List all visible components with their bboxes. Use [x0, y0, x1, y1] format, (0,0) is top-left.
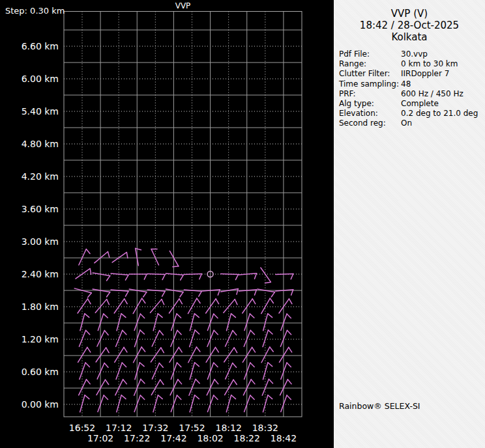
- wind-barb: [190, 395, 199, 412]
- wind-barb: [263, 330, 272, 347]
- wind-barb: [263, 314, 272, 331]
- info-field-label: Elevation:: [339, 109, 401, 119]
- wind-barb: [261, 298, 274, 313]
- y-axis-label: 3.00 km: [22, 236, 59, 247]
- wind-barb: [95, 251, 110, 262]
- wind-barb: [80, 314, 89, 331]
- wind-barb: [151, 348, 164, 362]
- wind-barb: [224, 300, 237, 313]
- wind-barb: [221, 288, 239, 294]
- wind-barb: [153, 314, 162, 331]
- wind-barb: [244, 395, 255, 412]
- wind-barb: [169, 251, 179, 266]
- wind-barb: [243, 380, 254, 395]
- wind-barb: [225, 380, 237, 395]
- wind-barb: [78, 347, 91, 362]
- info-field-row: Range:0 km to 30 km: [339, 59, 485, 69]
- wind-barb: [147, 274, 165, 280]
- wind-barb: [112, 252, 128, 262]
- wind-barb: [207, 363, 218, 379]
- wind-barb: [151, 249, 158, 265]
- wind-barb: [242, 299, 256, 313]
- wind-barb: [134, 314, 145, 330]
- wind-barb: [281, 314, 291, 330]
- wind-barb: [95, 300, 109, 313]
- wind-barb: [151, 380, 164, 395]
- info-field-value: On: [401, 119, 412, 128]
- wind-barb: [80, 395, 89, 412]
- info-field-label: PRF:: [339, 89, 401, 99]
- info-panel: VVP (V) 18:42 / 28-Oct-2025 Kolkata Pdf …: [334, 0, 485, 448]
- wind-barb: [96, 348, 109, 362]
- info-field-value: IIRDoppler 7: [401, 69, 449, 78]
- x-axis-label: 17:52: [179, 423, 205, 433]
- x-axis-label: 18:42: [271, 433, 297, 443]
- y-axis-label: 4.80 km: [22, 139, 59, 149]
- wind-barb: [97, 363, 108, 379]
- info-field-label: Pdf File:: [339, 49, 401, 59]
- wind-barb: [239, 273, 257, 279]
- wind-barb: [188, 347, 200, 363]
- y-axis-label: 4.20 km: [22, 171, 59, 182]
- wind-barb: [207, 330, 218, 346]
- wind-barb: [226, 395, 235, 412]
- y-axis-label: 0.00 km: [22, 399, 59, 410]
- wind-barb: [135, 363, 144, 380]
- info-field-value: 600 Hz / 450 Hz: [401, 89, 463, 98]
- info-field-value: Complete: [401, 99, 439, 108]
- info-field-label: Alg type:: [339, 99, 401, 109]
- wind-barb: [226, 363, 237, 379]
- x-axis-label: 18:32: [252, 423, 278, 433]
- wind-barb: [76, 268, 91, 278]
- x-axis-label: 18:22: [234, 433, 260, 443]
- brand-footer: Rainbow® SELEX-SI: [339, 401, 420, 411]
- panel-site: Kolkata: [334, 31, 485, 43]
- wind-barb: [129, 274, 147, 279]
- wind-barb: [263, 363, 272, 380]
- wind-barb: [190, 363, 199, 380]
- info-field-row: Elevation:0.2 deg to 21.0 deg: [339, 109, 485, 119]
- y-axis-label: 6.00 km: [22, 74, 59, 84]
- wind-barb: [171, 330, 181, 346]
- wind-barb: [276, 273, 293, 279]
- vvp-time-height-chart: 6.60 km6.00 km5.40 km4.80 km4.20 km3.60 …: [0, 0, 334, 448]
- wind-barb: [261, 347, 273, 363]
- wind-barb: [133, 298, 145, 313]
- vvp-window: { "window": {"width": 744, "height": 688…: [0, 0, 485, 448]
- x-axis-label: 17:12: [106, 423, 132, 433]
- wind-barb: [190, 330, 199, 347]
- wind-barb: [279, 347, 291, 362]
- x-axis-label: 17:32: [142, 423, 168, 433]
- panel-datetime: 18:42 / 28-Oct-2025: [334, 20, 485, 31]
- wind-barb: [262, 379, 272, 395]
- wind-barb: [221, 274, 239, 280]
- wind-barb: [97, 331, 108, 346]
- wind-barb: [151, 300, 164, 313]
- wind-barb: [74, 288, 91, 298]
- x-axis-label: 16:52: [69, 423, 95, 433]
- wind-barb: [98, 314, 108, 331]
- wind-barb: [224, 348, 237, 362]
- wind-barb: [280, 330, 291, 346]
- wind-barb: [171, 395, 181, 412]
- wind-barb: [244, 314, 254, 331]
- info-field-row: Time sampling:48: [339, 79, 485, 89]
- y-axis-label: 1.20 km: [22, 334, 59, 344]
- y-axis-label: 5.40 km: [22, 106, 59, 117]
- wind-barb: [279, 299, 292, 313]
- wind-barb: [190, 314, 199, 331]
- info-field-row: Second reg:On: [339, 119, 485, 128]
- wind-barb: [206, 347, 218, 362]
- wind-barb: [117, 395, 126, 412]
- x-axis-label: 18:02: [197, 433, 223, 443]
- wind-barb: [115, 347, 127, 362]
- step-label: Step: 0.30 km: [5, 6, 65, 16]
- wind-barb: [80, 363, 90, 379]
- wind-barb: [78, 299, 91, 313]
- wind-barb: [169, 347, 182, 362]
- wind-barb: [171, 314, 181, 331]
- wind-barb: [280, 380, 291, 395]
- wind-barb: [242, 347, 255, 362]
- wind-barb: [227, 314, 236, 331]
- wind-barb: [244, 330, 254, 346]
